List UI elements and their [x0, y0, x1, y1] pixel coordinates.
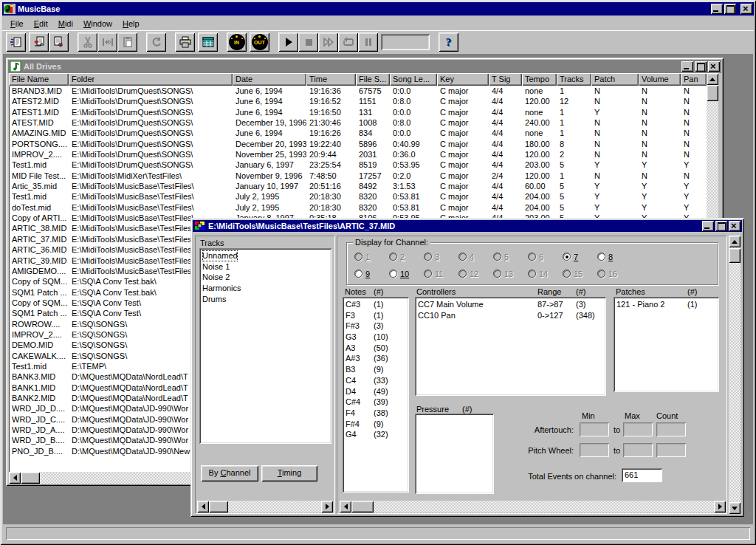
scroll-down-button[interactable]	[729, 502, 740, 514]
undo-button[interactable]	[146, 32, 166, 52]
all-drives-minimize-button[interactable]	[681, 61, 693, 72]
note-item[interactable]: F#4(9)	[343, 419, 409, 430]
by-channel-button[interactable]: By Channel	[201, 465, 258, 481]
table-row[interactable]: ATEST.MID E:\MidiTools\DrumQuest\SONGS\ …	[9, 117, 707, 128]
pause-button[interactable]	[358, 32, 378, 52]
maximize-button[interactable]	[724, 4, 736, 14]
viewer-window-icon[interactable]	[194, 221, 206, 231]
channel-radio[interactable]: 2	[389, 248, 424, 265]
table-row[interactable]: ATEST1.MID E:\MidiTools\DrumQuest\SONGS\…	[9, 107, 707, 117]
pitch-min-field[interactable]	[580, 443, 609, 457]
database-view-button[interactable]	[198, 32, 218, 52]
channel-radio[interactable]: 6	[528, 248, 563, 265]
viewer-minimize-button[interactable]	[702, 221, 714, 231]
loop-button[interactable]	[338, 32, 358, 52]
note-item[interactable]: A#3(36)	[343, 353, 409, 364]
table-row[interactable]: BRAND3.MID E:\MidiTools\DrumQuest\SONGS\…	[9, 86, 707, 96]
toolbar-textbox[interactable]	[381, 34, 430, 50]
close-button[interactable]	[740, 4, 752, 14]
midi-in-button[interactable]: IN	[227, 32, 247, 52]
note-item[interactable]: C#4(39)	[343, 397, 409, 408]
scroll-left-button[interactable]	[9, 472, 21, 484]
menu-item[interactable]: Window	[78, 18, 117, 30]
new-file-button[interactable]	[6, 32, 26, 52]
track-item[interactable]: Drums	[199, 294, 331, 305]
merge-button[interactable]	[97, 32, 117, 52]
paste-button[interactable]	[117, 32, 137, 52]
channel-radio[interactable]: 10	[389, 265, 424, 282]
aftertouch-count-field[interactable]	[656, 422, 686, 436]
note-item[interactable]: D4(49)	[343, 386, 409, 397]
scroll-right-button[interactable]	[714, 501, 726, 513]
menu-item[interactable]: Midi	[53, 18, 78, 30]
menu-item[interactable]: Help	[117, 18, 145, 30]
channel-radio[interactable]: 7	[563, 248, 597, 265]
menu-item[interactable]: File	[5, 18, 29, 30]
fast-forward-button[interactable]	[318, 32, 338, 52]
table-row[interactable]: PORTSONG.... E:\MidiTools\DrumQuest\SONG…	[9, 139, 707, 149]
track-item[interactable]: Harmonics	[199, 283, 331, 294]
track-item[interactable]: Noise 1	[199, 261, 331, 272]
hscroll-thumb[interactable]	[351, 501, 374, 513]
all-drives-close-button[interactable]	[708, 61, 720, 72]
patch-item[interactable]: 121 - Piano 2(1)	[614, 299, 719, 310]
scroll-up-button[interactable]	[729, 236, 740, 247]
scroll-left-button[interactable]	[197, 501, 209, 513]
column-header-song-length[interactable]: Song Le...	[390, 73, 437, 86]
note-item[interactable]: G4(32)	[343, 429, 409, 440]
pressure-listbox[interactable]	[415, 414, 494, 494]
channel-radio[interactable]: 11	[424, 265, 458, 282]
column-header-date[interactable]: Date	[233, 73, 306, 86]
note-item[interactable]: G3(10)	[343, 332, 409, 343]
vscroll-thumb[interactable]	[729, 248, 740, 263]
all-drives-icon[interactable]	[10, 61, 21, 72]
note-item[interactable]: C4(33)	[343, 375, 409, 386]
scroll-up-button[interactable]	[707, 73, 718, 85]
table-row[interactable]: Test1.mid E:\MidiTools\DrumQuest\SONGS\ …	[9, 160, 707, 170]
note-item[interactable]: F3(1)	[343, 310, 409, 321]
track-item[interactable]: Noise 2	[199, 272, 331, 283]
table-row[interactable]: MID File Test... E:\MidiTools\MidiXer\Te…	[9, 171, 707, 181]
vscroll-thumb[interactable]	[707, 85, 718, 101]
channel-radio[interactable]: 12	[458, 265, 493, 282]
column-header-file-name[interactable]: File Name	[9, 73, 69, 86]
table-row[interactable]: ATEST2.MID E:\MidiTools\DrumQuest\SONGS\…	[9, 96, 707, 106]
track-item[interactable]: Unnamed	[199, 250, 331, 261]
column-header-tempo[interactable]: Tempo	[522, 73, 557, 86]
hscroll-thumb[interactable]	[209, 501, 228, 513]
scroll-left-button[interactable]	[340, 501, 351, 513]
channel-radio[interactable]: 15	[563, 265, 597, 282]
scroll-right-button[interactable]	[321, 501, 333, 513]
controller-item[interactable]: CC10 Pan0->127(348)	[415, 310, 606, 321]
column-header-key[interactable]: Key	[437, 73, 489, 86]
minimize-button[interactable]	[711, 4, 723, 14]
app-icon[interactable]	[4, 4, 16, 14]
viewer-maximize-button[interactable]	[715, 221, 727, 231]
table-row[interactable]: Test1.mid E:\MidiTools\MusicBase\TestFil…	[9, 191, 707, 202]
pitch-count-field[interactable]	[656, 443, 686, 457]
channel-radio[interactable]: 3	[424, 248, 458, 265]
note-item[interactable]: F#3(3)	[343, 321, 409, 332]
column-header-patch[interactable]: Patch	[591, 73, 639, 86]
channel-radio[interactable]: 4	[458, 248, 493, 265]
tracks-listbox[interactable]: Unnamed Noise 1 Noise 2 Harmonics Drums	[199, 248, 331, 444]
channel-radio[interactable]: 14	[528, 265, 563, 282]
midi-out-button[interactable]: OUT	[250, 32, 269, 52]
aftertouch-max-field[interactable]	[623, 422, 653, 436]
save-file-button[interactable]	[49, 32, 69, 52]
column-header-time[interactable]: Time	[306, 73, 356, 86]
controllers-listbox[interactable]: CC7 Main Volume87->87(3) CC10 Pan0->127(…	[415, 297, 606, 396]
total-events-value[interactable]: 661	[622, 468, 662, 482]
all-drives-titlebar[interactable]: All Drives	[8, 60, 721, 73]
patches-listbox[interactable]: 121 - Piano 2(1)	[614, 297, 719, 392]
column-header-volume[interactable]: Volume	[639, 73, 681, 86]
play-button[interactable]	[278, 32, 298, 52]
table-row[interactable]: doTest.mid E:\MidiTools\MusicBase\TestFi…	[9, 202, 707, 213]
column-header-folder[interactable]: Folder	[69, 73, 233, 86]
channel-radio[interactable]: 5	[493, 248, 528, 265]
viewer-vscrollbar[interactable]	[729, 236, 740, 514]
cut-button[interactable]	[78, 32, 97, 52]
viewer-titlebar[interactable]: E:\MidiTools\MusicBase\TestFiles\ARTIC_3…	[193, 220, 742, 232]
note-item[interactable]: B3(9)	[343, 364, 409, 375]
column-header-tracks[interactable]: Tracks	[557, 73, 591, 86]
